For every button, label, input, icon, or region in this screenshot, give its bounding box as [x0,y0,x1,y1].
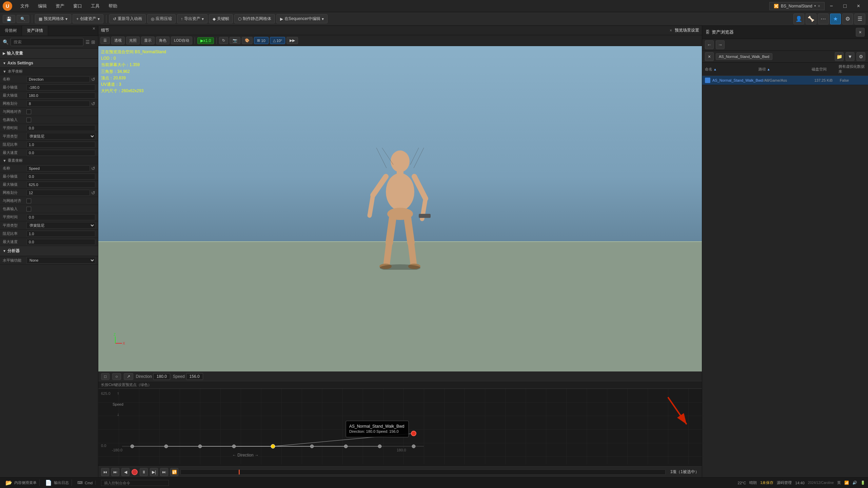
axis-settings-section[interactable]: ▼ Axis Settings [0,59,98,68]
v-wrap-checkbox[interactable] [26,207,31,211]
v-grid-input[interactable] [26,190,90,196]
browse-button[interactable]: 🔍 [17,15,29,23]
v-max-input[interactable] [26,182,95,188]
timeline-bar[interactable] [180,469,666,475]
tl-last-btn[interactable]: ⏭ [160,468,168,476]
render-btn[interactable]: 🎨 [242,37,253,44]
tl-loop-btn[interactable]: 🔁 [170,468,178,476]
ab-forward-btn[interactable]: → [716,40,725,49]
character-icon-btn[interactable]: 👤 [793,14,804,24]
v-name-reset[interactable]: ↺ [91,166,95,171]
sequencer-button[interactable]: ▶ 在Sequencer中编辑 ▾ [276,14,328,23]
col-name[interactable]: 命名 ▲ [705,64,758,74]
graph-canvas[interactable]: 625.0 ↑ Speed ↓ 0.0 -180.0 ← Direction →… [98,389,702,464]
col-path[interactable]: 路径 ▲ [758,64,812,74]
maximize-button[interactable]: □ [838,0,852,12]
h-name-input[interactable] [26,76,90,82]
lighting-btn[interactable]: 光照 [126,37,140,44]
lod-btn[interactable]: LOD自动 [171,37,192,44]
ab-settings-btn[interactable]: ⚙ [856,52,865,61]
menu-help[interactable]: 帮助 [104,2,121,11]
tl-record-btn[interactable] [132,469,138,475]
ab-close-btn[interactable]: × [856,28,865,37]
highlight-btn[interactable]: ★ [830,14,841,24]
list-view-icon[interactable]: ☰ [85,39,90,45]
ab-filter-btn[interactable]: ▼ [846,52,854,61]
save-button[interactable]: 💾 [3,15,15,23]
source-control[interactable]: 源码管理 [777,480,792,485]
search-input[interactable] [11,38,83,46]
perspective-btn[interactable]: 透视 [111,37,125,44]
v-grid-reset[interactable]: ↺ [91,190,95,196]
create-asset-button[interactable]: + 创建资产 ▾ [73,14,103,23]
menu-window[interactable]: 窗口 [69,2,86,11]
reimport-button[interactable]: ↺ 重新导入动画 [109,14,146,23]
angle-btn[interactable]: △ 10° [270,37,285,44]
minimize-button[interactable]: − [825,0,838,12]
horizontal-axis-header[interactable]: ▼ 水平坐标 [0,68,98,75]
v-damping-input[interactable] [26,231,95,237]
detail-close-btn[interactable]: × [670,28,672,33]
tl-play-next-btn[interactable]: ▶| [150,468,158,476]
close-button[interactable]: × [852,0,865,12]
extra-btn[interactable]: ☰ [854,14,865,24]
tab-bs-normalstand[interactable]: 🔀 BS_NormalStand • × [769,2,825,10]
h-smoothtype-select[interactable]: 弹簧阻尼 [26,133,95,140]
v-min-input[interactable] [26,174,95,180]
static-mesh-button[interactable]: ⬡ 制作静态网格体 [234,14,275,23]
h-min-input[interactable] [26,84,95,90]
h-snap-checkbox[interactable] [26,109,31,114]
menu-edit[interactable]: 编辑 [34,2,51,11]
panel-close-button[interactable]: × [90,26,98,36]
preview-mesh-button[interactable]: ▦ 预览网格体 ▾ [35,14,71,23]
compress-button[interactable]: ◎ 应用压缩 [147,14,176,23]
keyframe-button[interactable]: ◆ 关键帧 [209,14,233,23]
more-vp-btn[interactable]: ▶▶ [287,37,298,44]
v-maxspeed-input[interactable] [26,239,95,245]
character-btn[interactable]: 角色 [156,37,170,44]
h-name-reset[interactable]: ↺ [91,77,95,82]
menu-assets[interactable]: 资产 [52,2,68,11]
settings-btn[interactable]: ⚙ [842,14,853,24]
more-options-btn[interactable]: ⋯ [818,14,829,24]
tab-close-button[interactable]: × [818,4,820,8]
h-grid-input[interactable] [26,101,90,107]
tl-prev-btn[interactable]: ⏭ [111,468,119,476]
tab-skeleton-tree[interactable]: 骨骼树 [0,26,22,36]
tl-first-btn[interactable]: ⏮ [101,468,109,476]
graph-btn-navigate[interactable]: ↗ [124,373,133,380]
console-input[interactable] [101,480,169,486]
v-smoothtype-select[interactable]: 弹簧阻尼 [26,222,95,229]
col-size[interactable]: 磁盘空间 [812,64,839,74]
menu-file[interactable]: 文件 [16,2,33,11]
grid-view-icon[interactable]: ⊞ [91,39,95,45]
export-button[interactable]: ↑ 导出资产 ▾ [177,14,208,23]
camera-btn[interactable]: 📷 [230,37,240,44]
ab-back-btn[interactable]: ← [705,40,714,49]
rotate-btn[interactable]: ↻ [219,37,228,44]
v-smooth-input[interactable] [26,214,95,220]
h-max-input[interactable] [26,93,95,99]
play-button[interactable]: ▶ x1.0 [197,37,214,44]
tl-back-btn[interactable]: ◀ [121,468,130,476]
tl-pause-btn[interactable]: ⏸ [140,468,148,476]
input-vars-section[interactable]: ▶ 输入变量 [0,48,98,59]
analyzer-section[interactable]: ▼ 分析器 [0,246,98,256]
output-log-label[interactable]: 输出日志 [54,480,69,485]
graph-btn-select[interactable]: □ [101,373,110,380]
v-snap-checkbox[interactable] [26,199,31,203]
h-wrap-checkbox[interactable] [26,118,31,122]
vertical-axis-header[interactable]: ▼ 垂直坐标 [0,157,98,164]
h-grid-reset[interactable]: ↺ [91,101,95,106]
hamburger-btn[interactable]: ☰ [100,37,110,44]
ab-filter-clear-btn[interactable]: × [705,52,714,61]
ab-filter-item[interactable]: AS_Normal_Stand_Walk_Bwd [716,53,772,60]
cmd-label[interactable]: Cmd [85,481,93,485]
v-name-input[interactable] [26,165,90,171]
graph-btn-lasso[interactable]: ○ [112,373,121,380]
show-btn[interactable]: 显示 [141,37,155,44]
ab-path-btn[interactable]: 📁 [835,52,844,61]
asset-row-0[interactable]: AS_Normal_Stand_Walk_Bwd /All/Game/Ass 1… [702,76,868,85]
content-browser-label[interactable]: 内容侧滑菜单 [14,480,37,485]
col-virtual[interactable]: 拥有虚拟化数据库 [839,64,865,74]
